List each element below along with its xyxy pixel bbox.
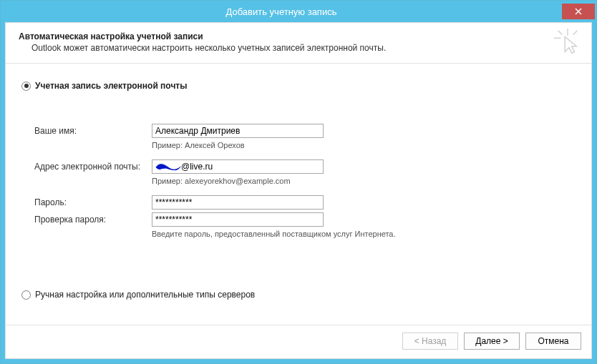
content: Автоматическая настройка учетной записи … bbox=[5, 22, 592, 359]
row-password: Пароль: bbox=[34, 195, 577, 210]
wizard-header: Автоматическая настройка учетной записи … bbox=[6, 23, 591, 64]
window-title: Добавить учетную запись bbox=[1, 6, 562, 17]
redacted-icon bbox=[155, 162, 181, 172]
radio-icon bbox=[21, 82, 31, 91]
close-icon bbox=[575, 8, 582, 15]
password-confirm-label: Проверка пароля: bbox=[34, 215, 152, 225]
account-form: Ваше имя: Пример: Алексей Орехов Адрес э… bbox=[34, 124, 577, 238]
close-button[interactable] bbox=[562, 4, 595, 19]
header-subtitle: Outlook может автоматически настроить не… bbox=[31, 43, 578, 53]
content-wrap: Автоматическая настройка учетной записи … bbox=[1, 22, 596, 363]
radio-manual-setup[interactable]: Ручная настройка или дополнительные типы… bbox=[21, 290, 577, 300]
cursor-click-icon bbox=[554, 29, 581, 58]
password-hint: Введите пароль, предоставленный поставщи… bbox=[152, 230, 577, 238]
back-button: < Назад bbox=[402, 333, 458, 350]
password-label: Пароль: bbox=[34, 197, 152, 207]
row-password-confirm: Проверка пароля: bbox=[34, 212, 577, 227]
svg-line-3 bbox=[573, 31, 578, 35]
wizard-footer: < Назад Далее > Отмена bbox=[6, 325, 591, 358]
email-hint: Пример: alexeyorekhov@example.com bbox=[152, 177, 577, 185]
svg-point-4 bbox=[157, 165, 162, 169]
password-confirm-input[interactable] bbox=[152, 212, 324, 227]
next-button[interactable]: Далее > bbox=[464, 333, 520, 350]
name-input[interactable] bbox=[152, 124, 324, 138]
password-input[interactable] bbox=[152, 195, 324, 210]
wizard-body: Учетная запись электронной почты Ваше им… bbox=[6, 64, 591, 325]
row-email: Адрес электронной почты: @live.ru bbox=[34, 159, 577, 174]
titlebar: Добавить учетную запись bbox=[1, 1, 596, 22]
name-label: Ваше имя: bbox=[34, 126, 152, 136]
radio-manual-label: Ручная настройка или дополнительные типы… bbox=[35, 290, 255, 300]
row-name: Ваше имя: bbox=[34, 124, 577, 138]
email-label: Адрес электронной почты: bbox=[34, 162, 152, 172]
cancel-button[interactable]: Отмена bbox=[525, 333, 581, 350]
radio-icon bbox=[21, 290, 31, 300]
name-hint: Пример: Алексей Орехов bbox=[152, 141, 577, 149]
header-title: Автоматическая настройка учетной записи bbox=[19, 31, 578, 41]
svg-line-2 bbox=[558, 31, 563, 35]
radio-email-account[interactable]: Учетная запись электронной почты bbox=[21, 81, 577, 91]
dialog-window: Добавить учетную запись Автоматическая н… bbox=[0, 0, 597, 364]
email-visible-part: @live.ru bbox=[181, 162, 213, 172]
radio-email-account-label: Учетная запись электронной почты bbox=[35, 81, 188, 91]
email-input[interactable]: @live.ru bbox=[152, 159, 324, 174]
